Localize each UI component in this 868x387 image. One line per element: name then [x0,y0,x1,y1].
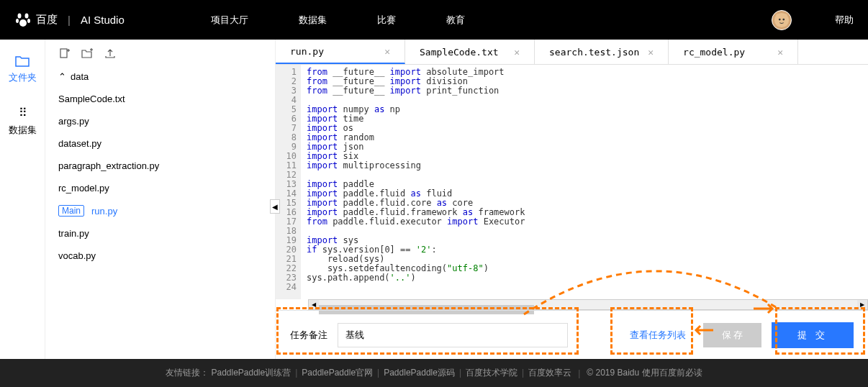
help-link[interactable]: 帮助 [835,14,854,27]
footer-link[interactable]: PaddlePaddle训练营 [211,368,291,378]
sidebar-tab-label: 文件夹 [9,71,37,84]
code-content[interactable]: from __future__ import absolute_importfr… [301,65,525,299]
baidu-paw-icon [14,12,32,29]
footer: 友情链接： PaddlePaddle训练营|PaddlePaddle官网|Pad… [0,359,868,387]
close-icon[interactable]: ✕ [777,47,783,58]
avatar[interactable] [772,10,792,30]
task-remark-label: 任务备注 [290,329,327,342]
tree-file[interactable]: args.py [54,110,266,132]
save-button[interactable]: 保 存 [703,323,762,347]
close-icon[interactable]: ✕ [514,47,520,58]
tab-run-py[interactable]: run.py ✕ [276,40,405,64]
tree-file[interactable]: train.py [54,222,266,245]
scroll-right-icon[interactable]: ▶ [857,300,867,309]
footer-link[interactable]: 百度技术学院 [466,368,517,378]
svg-point-3 [27,19,30,23]
action-bar: 任务备注 查看任务列表 保 存 提 交 [276,310,868,359]
chevron-down-icon: ⌃ [58,71,66,82]
tab-search-test[interactable]: search.test.json ✕ [535,40,669,64]
scroll-left-icon[interactable]: ◀ [309,300,319,309]
tab-samplecode[interactable]: SampleCode.txt ✕ [405,40,535,64]
footer-link[interactable]: 百度效率云 [528,368,571,378]
file-name: dataset.py [58,138,101,149]
nav-dataset[interactable]: 数据集 [299,14,327,27]
horizontal-scrollbar[interactable]: ◀ ▶ [308,299,868,310]
tree-folder-data[interactable]: ⌃ data [54,65,266,88]
footer-link[interactable]: PaddlePaddle源码 [384,368,455,378]
tree-file[interactable]: paragraph_extraction.py [54,155,266,177]
submit-button[interactable]: 提 交 [772,322,854,348]
close-icon[interactable]: ✕ [384,46,390,57]
code-line[interactable]: sys.path.append('..') [307,273,525,283]
svg-point-4 [19,19,27,27]
nav-project-hall[interactable]: 项目大厅 [211,14,248,27]
code-line[interactable]: from __future__ import print_function [307,86,525,96]
header-right: 帮助 [772,10,854,30]
logo-divider: | [68,14,71,26]
editor-tabs: run.py ✕ SampleCode.txt ✕ search.test.js… [276,40,868,65]
file-tree: ⌃ data SampleCode.txt args.py dataset.py… [54,65,266,267]
tree-file[interactable]: vocab.py [54,245,266,267]
code-line[interactable]: import multiprocessing [307,161,525,170]
file-name: paragraph_extraction.py [58,160,159,171]
upload-icon[interactable] [104,48,116,58]
tab-label: SampleCode.txt [420,47,499,58]
line-gutter: 123456789101112131415161718192021222324 [276,65,301,299]
task-remark-input[interactable] [338,323,568,347]
main-badge: Main [58,205,84,217]
new-folder-icon[interactable] [81,48,93,58]
sidebar-tab-files[interactable]: 文件夹 [9,55,37,84]
file-name: vocab.py [58,250,96,261]
svg-point-9 [784,14,787,17]
tab-label: search.test.json [549,47,639,58]
code-line[interactable] [307,283,525,292]
nav-education[interactable]: 教育 [446,14,465,27]
avatar-face-icon [774,12,790,28]
code-line[interactable]: from paddle.fluid.executor import Execut… [307,217,525,227]
left-sidebar: 文件夹 ⠿ 数据集 [0,40,45,359]
file-name: SampleCode.txt [58,94,125,104]
svg-point-1 [25,13,29,18]
folder-name: data [71,71,89,82]
tree-file[interactable]: SampleCode.txt [54,88,266,110]
logo-text-aistudio: AI Studio [81,14,125,26]
file-name: args.py [58,116,89,127]
folder-icon [15,55,30,67]
tree-file-active[interactable]: Main run.py [54,199,266,222]
file-name: run.py [91,206,117,217]
footer-prefix: 友情链接： [166,367,209,379]
header: 百度 | AI Studio 项目大厅 数据集 比赛 教育 帮助 [0,0,868,40]
top-nav: 项目大厅 数据集 比赛 教育 [211,14,772,27]
tab-rcmodel[interactable]: rc_model.py ✕ [669,40,798,64]
footer-link[interactable]: PaddlePaddle官网 [302,368,373,378]
close-icon[interactable]: ✕ [648,47,654,58]
tab-label: run.py [290,46,324,57]
tab-label: rc_model.py [683,47,745,58]
tree-file[interactable]: dataset.py [54,132,266,155]
view-task-list-link[interactable]: 查看任务列表 [623,329,693,342]
file-name: train.py [58,228,89,239]
file-toolbar [54,48,266,65]
editor-area: ◀ run.py ✕ SampleCode.txt ✕ search.test.… [275,40,868,359]
svg-point-6 [779,18,781,20]
collapse-handle[interactable]: ◀ [270,199,280,214]
tree-file[interactable]: rc_model.py [54,177,266,199]
line-number: 24 [276,283,297,292]
file-explorer: ⌃ data SampleCode.txt args.py dataset.py… [45,40,275,359]
code-editor[interactable]: 123456789101112131415161718192021222324 … [276,65,868,299]
dataset-icon: ⠿ [19,106,26,119]
footer-copyright: © 2019 Baidu 使用百度前必读 [587,367,702,379]
sidebar-tab-label: 数据集 [9,124,37,137]
logo[interactable]: 百度 | AI Studio [14,12,125,29]
new-file-icon[interactable] [58,48,70,58]
svg-point-8 [776,14,779,17]
svg-point-2 [16,19,19,23]
nav-competition[interactable]: 比赛 [377,14,396,27]
svg-point-7 [782,18,785,20]
main-area: 文件夹 ⠿ 数据集 ⌃ data SampleCode.txt args.py … [0,40,868,359]
logo-text-baidu: 百度 [36,13,58,27]
sidebar-tab-dataset[interactable]: ⠿ 数据集 [9,106,37,137]
file-name: rc_model.py [58,183,109,194]
svg-point-0 [18,13,22,18]
svg-rect-10 [60,49,67,58]
